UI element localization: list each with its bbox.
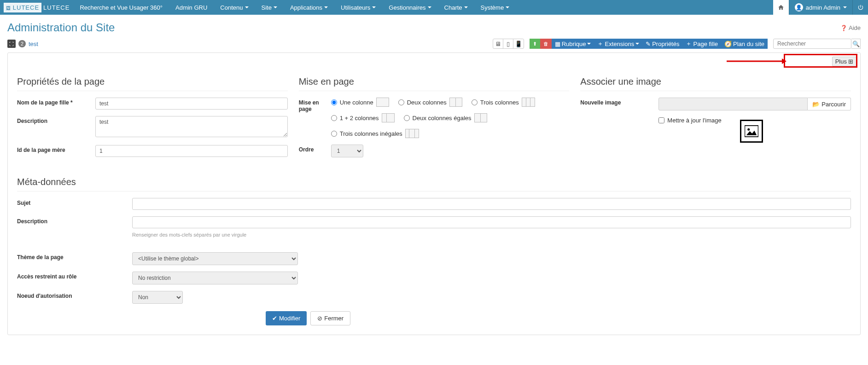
- tablet-icon[interactable]: ▯: [503, 39, 513, 48]
- up-button[interactable]: ⬆: [530, 39, 540, 49]
- sitemap-icon: 🧭: [724, 41, 732, 47]
- extensions-button[interactable]: ＋ Extensions: [594, 39, 642, 49]
- folder-icon: 📂: [812, 101, 820, 108]
- brand-logo: 🖼 LUTECE: [4, 3, 41, 12]
- layout-title: Mise en page: [299, 73, 570, 91]
- top-navbar: 🖼 LUTECE LUTECE Recherche et Vue Usager …: [0, 0, 868, 15]
- close-button[interactable]: ⊘Fermer: [310, 311, 350, 325]
- proprietes-button[interactable]: ✎ Propriétés: [642, 39, 682, 49]
- caret-icon: [506, 6, 509, 8]
- parent-input[interactable]: [95, 145, 288, 157]
- nav-item-contenu[interactable]: Contenu: [214, 0, 255, 15]
- nav-item-applications[interactable]: Applications: [284, 0, 334, 15]
- panel-header: Plus⊞: [8, 53, 860, 70]
- sitemap-button[interactable]: 🧭 Plan du site: [721, 39, 768, 49]
- name-label: Nom de la page fille *: [17, 98, 95, 106]
- svg-point-3: [747, 128, 750, 131]
- auth-label: Noeud d'autorisation: [17, 291, 132, 299]
- cancel-icon: ⊘: [317, 315, 322, 322]
- layout-1plus2[interactable]: 1 + 2 colonnes: [331, 113, 395, 122]
- file-path-display: [658, 98, 808, 110]
- breadcrumb-page[interactable]: test: [29, 41, 38, 47]
- nav-item-utilisateurs[interactable]: Utilisateurs: [334, 0, 382, 15]
- fullscreen-button[interactable]: ⛶: [7, 40, 16, 48]
- brand[interactable]: 🖼 LUTECE LUTECE: [0, 0, 73, 15]
- meta-note: Renseigner des mots-clefs séparés par un…: [132, 232, 851, 238]
- nav-item-recherche[interactable]: Recherche et Vue Usager 360°: [73, 0, 169, 15]
- props-title: Propriétés de la page: [17, 73, 288, 91]
- desc-label: Description: [17, 116, 95, 124]
- modify-button[interactable]: ✔Modifier: [266, 311, 307, 325]
- layout-label: Mise en page: [299, 98, 331, 112]
- subject-input[interactable]: [132, 198, 851, 210]
- nav-menu: Recherche et Vue Usager 360° Admin GRU C…: [73, 0, 516, 15]
- caret-icon: [843, 6, 847, 8]
- page-title: Administration du Site: [7, 21, 115, 34]
- layout-one[interactable]: Une colonne: [331, 98, 389, 107]
- plus-icon: ＋: [686, 40, 692, 48]
- layout-two-eq[interactable]: Deux colonnes égales: [404, 113, 487, 122]
- layout-three-uneq[interactable]: Trois colonnes inégales: [331, 129, 419, 138]
- caret-icon: [372, 6, 376, 8]
- plus-button[interactable]: Plus⊞: [832, 57, 856, 66]
- grid-icon: ▦: [555, 41, 560, 47]
- image-placeholder-icon: [740, 120, 763, 143]
- caret-icon: [324, 6, 328, 8]
- role-select[interactable]: No restriction: [132, 272, 298, 284]
- nav-item-site[interactable]: Site: [255, 0, 284, 15]
- pencil-icon: ✎: [646, 41, 651, 47]
- svg-marker-1: [782, 58, 786, 64]
- caret-icon: [274, 6, 277, 8]
- brand-text: LUTECE: [43, 4, 70, 11]
- nav-item-systeme[interactable]: Système: [474, 0, 516, 15]
- help-link[interactable]: ❓ Aide: [840, 24, 861, 31]
- layout-three[interactable]: Trois colonnes: [472, 98, 535, 107]
- search-input[interactable]: [773, 39, 851, 49]
- theme-select[interactable]: <Utilise le thème global>: [132, 252, 298, 265]
- viewport-toggle: 🖥 ▯ 📱: [493, 39, 524, 49]
- name-input[interactable]: [95, 98, 288, 110]
- nav-item-charte[interactable]: Charte: [438, 0, 474, 15]
- subject-label: Sujet: [17, 198, 132, 206]
- mobile-icon[interactable]: 📱: [513, 39, 524, 48]
- auth-select[interactable]: Non: [132, 291, 183, 304]
- role-label: Accès restreint au rôle: [17, 272, 132, 280]
- order-label: Ordre: [299, 145, 331, 153]
- plus-square-icon: ⊞: [848, 58, 853, 65]
- home-button[interactable]: [773, 0, 789, 15]
- plus-icon: ＋: [597, 40, 603, 48]
- nav-item-admin-gru[interactable]: Admin GRU: [169, 0, 214, 15]
- avatar-icon: 👤: [795, 3, 803, 12]
- caret-icon: [245, 6, 249, 8]
- order-select[interactable]: 1: [331, 145, 363, 157]
- parent-label: Id de la page mère: [17, 145, 95, 153]
- user-menu[interactable]: 👤 admin Admin: [789, 0, 852, 15]
- logout-button[interactable]: [852, 0, 868, 15]
- meta-title: Méta-données: [17, 173, 851, 191]
- nav-item-gestionnaires[interactable]: Gestionnaires: [382, 0, 437, 15]
- desc-input[interactable]: test: [95, 116, 288, 137]
- home-icon: [778, 4, 784, 11]
- user-name: admin Admin: [806, 4, 840, 11]
- theme-label: Thème de la page: [17, 252, 132, 261]
- caret-icon: [464, 6, 468, 8]
- search-button[interactable]: 🔍: [851, 39, 861, 49]
- pagefile-button[interactable]: ＋ Page fille: [682, 39, 721, 49]
- meta-desc-label: Description: [17, 216, 132, 225]
- image-title: Associer une image: [580, 73, 851, 91]
- newimage-label: Nouvelle image: [580, 98, 658, 106]
- delete-button[interactable]: 🗑: [540, 39, 552, 49]
- layout-two[interactable]: Deux colonnes: [398, 98, 462, 107]
- rubrique-button[interactable]: ▦ Rubrique: [552, 39, 594, 49]
- power-icon: [857, 4, 864, 11]
- update-image-checkbox[interactable]: Mettre à jour l'image: [658, 117, 721, 124]
- browse-button[interactable]: 📂Parcourir: [808, 98, 851, 110]
- page-id-badge: 2: [18, 40, 26, 47]
- desktop-icon[interactable]: 🖥: [493, 39, 503, 48]
- main-panel: Plus⊞ Propriétés de la page Nom de la pa…: [7, 52, 861, 335]
- annotation-arrow: [727, 57, 786, 65]
- caret-icon: [428, 6, 431, 8]
- check-icon: ✔: [272, 315, 277, 322]
- sub-toolbar: ⛶ 2 test 🖥 ▯ 📱 ⬆ 🗑 ▦ Rubrique ＋ Extensio…: [7, 38, 861, 52]
- meta-desc-input[interactable]: [132, 216, 851, 228]
